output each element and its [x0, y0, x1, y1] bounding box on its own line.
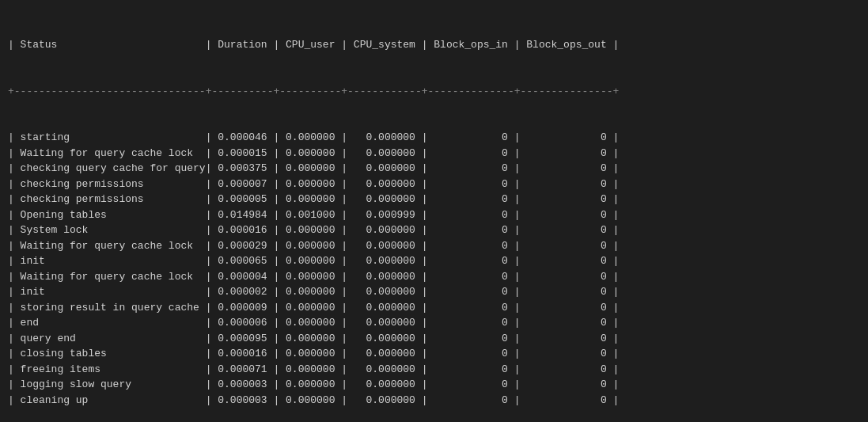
table-row: | checking permissions | 0.000007 | 0.00…	[8, 177, 860, 192]
table-body: | starting | 0.000046 | 0.000000 | 0.000…	[8, 130, 860, 408]
table-row: | Opening tables | 0.014984 | 0.001000 |…	[8, 207, 860, 223]
table-row: | checking query cache for query| 0.0003…	[8, 161, 860, 177]
table-header: | Status | Duration | CPU_user | CPU_sys…	[8, 37, 860, 53]
table-divider-top: +-------------------------------+-------…	[8, 84, 860, 100]
table-row: | closing tables | 0.000016 | 0.000000 |…	[8, 346, 860, 362]
table-row: | init | 0.000002 | 0.000000 | 0.000000 …	[8, 284, 860, 300]
table-row: | Waiting for query cache lock | 0.00002…	[8, 238, 860, 254]
table-row: | query end | 0.000095 | 0.000000 | 0.00…	[8, 331, 860, 347]
table-row: | Waiting for query cache lock | 0.00000…	[8, 269, 860, 285]
table-row: | starting | 0.000046 | 0.000000 | 0.000…	[8, 130, 860, 146]
table-row: | init | 0.000065 | 0.000000 | 0.000000 …	[8, 253, 860, 269]
table-row: | System lock | 0.000016 | 0.000000 | 0.…	[8, 222, 860, 238]
table-row: | logging slow query | 0.000003 | 0.0000…	[8, 377, 860, 393]
table-row: | end | 0.000006 | 0.000000 | 0.000000 |…	[8, 315, 860, 331]
table-row: | storing result in query cache | 0.0000…	[8, 300, 860, 316]
table-row: | Waiting for query cache lock | 0.00001…	[8, 146, 860, 162]
table-row: | freeing items | 0.000071 | 0.000000 | …	[8, 362, 860, 378]
table-row: | cleaning up | 0.000003 | 0.000000 | 0.…	[8, 393, 860, 409]
table-row: | checking permissions | 0.000005 | 0.00…	[8, 192, 860, 207]
query-profile-table: | Status | Duration | CPU_user | CPU_sys…	[8, 6, 860, 422]
